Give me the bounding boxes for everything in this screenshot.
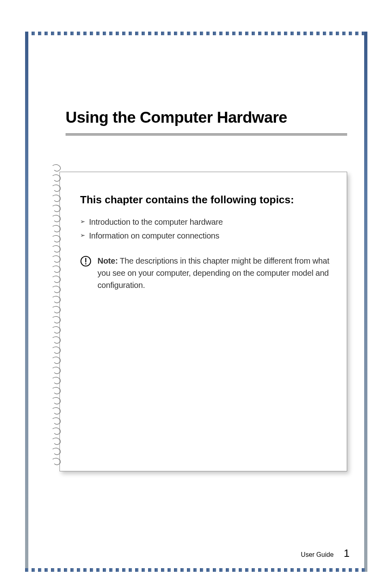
decorative-border-right xyxy=(364,32,367,572)
section-heading: This chapter contains the following topi… xyxy=(80,192,331,207)
svg-point-2 xyxy=(85,263,86,264)
content-area: Using the Computer Hardware xyxy=(29,36,363,568)
page-footer: User Guide 1 xyxy=(301,547,350,560)
note-body: The descriptions in this chapter might b… xyxy=(98,256,329,290)
attention-icon xyxy=(80,256,91,267)
chapter-title: Using the Computer Hardware xyxy=(66,109,347,126)
note-text: Note: The descriptions in this chapter m… xyxy=(98,255,331,291)
footer-label: User Guide xyxy=(301,551,334,558)
page-number: 1 xyxy=(344,547,350,560)
decorative-border-left xyxy=(25,32,28,572)
topic-item: Information on computer connections xyxy=(80,229,331,243)
spiral-binding-decoration xyxy=(51,164,67,473)
note-label: Note: xyxy=(98,256,118,265)
page-wrapper: Using the Computer Hardware xyxy=(0,0,386,588)
decorative-border-top xyxy=(25,32,367,35)
chapter-summary-box: This chapter contains the following topi… xyxy=(59,172,347,471)
topic-item: Introduction to the computer hardware xyxy=(80,215,331,229)
title-underline xyxy=(66,134,347,135)
decorative-border-bottom xyxy=(25,568,367,572)
note-section: Note: The descriptions in this chapter m… xyxy=(80,255,331,291)
topic-list: Introduction to the computer hardware In… xyxy=(80,215,331,243)
